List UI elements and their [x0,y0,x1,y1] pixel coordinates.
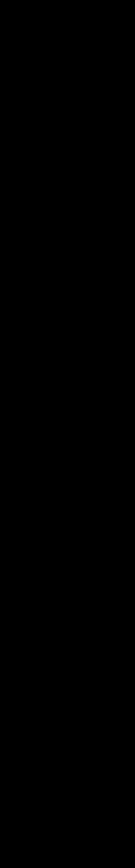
site-title [0,0,135,4]
